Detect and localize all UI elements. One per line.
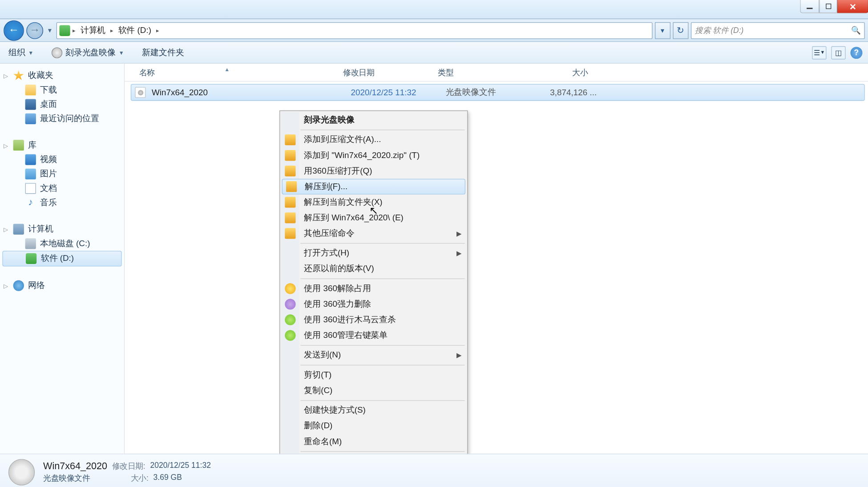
- scan-icon: [285, 314, 295, 325]
- ctx-add-archive[interactable]: 添加到压缩文件(A)...: [281, 132, 466, 148]
- computer-icon: [13, 224, 24, 235]
- ctx-open-360zip[interactable]: 用360压缩打开(Q): [281, 163, 466, 179]
- column-headers: 名称▲ 修改日期 类型 大小: [125, 64, 868, 81]
- sidebar-documents[interactable]: 文档: [0, 181, 124, 195]
- archive-icon: [285, 212, 295, 223]
- ctx-copy[interactable]: 复制(C): [281, 383, 466, 398]
- ctx-add-zip[interactable]: 添加到 "Win7x64_2020.zip" (T): [281, 148, 466, 163]
- address-bar[interactable]: ▸ 计算机 ▸ 软件 (D:) ▸: [57, 22, 653, 39]
- details-date: 2020/12/25 11:32: [150, 461, 211, 471]
- sidebar-music[interactable]: ♪音乐: [0, 195, 124, 210]
- submenu-arrow-icon: ▶: [456, 249, 461, 257]
- ctx-extract-to[interactable]: 解压到(F)...: [282, 179, 465, 195]
- file-row[interactable]: Win7x64_2020 2020/12/25 11:32 光盘映像文件 3,8…: [131, 84, 865, 101]
- address-dropdown-button[interactable]: ▾: [655, 22, 670, 39]
- ctx-send-to[interactable]: 发送到(N)▶: [281, 347, 466, 363]
- column-name[interactable]: 名称▲: [134, 67, 338, 77]
- file-name: Win7x64_2020: [152, 88, 351, 97]
- sidebar-recent[interactable]: 最近访问的位置: [0, 112, 124, 126]
- window-maximize-button[interactable]: [819, 0, 837, 13]
- search-placeholder: 搜索 软件 (D:): [695, 25, 743, 36]
- sidebar-libraries[interactable]: ▷库: [0, 138, 124, 152]
- details-pane: Win7x64_2020 修改日期: 2020/12/25 11:32 光盘映像…: [0, 454, 868, 487]
- details-size-label: 大小:: [131, 473, 149, 483]
- details-file-icon: [8, 459, 35, 485]
- folder-icon: [25, 85, 36, 95]
- recent-icon: [25, 114, 36, 124]
- organize-menu[interactable]: 组织▼: [6, 45, 36, 60]
- nav-forward-button[interactable]: →: [26, 22, 43, 39]
- navigation-sidebar: ▷收藏夹 下载 桌面 最近访问的位置 ▷库 视频 图片 文档 ♪音乐 ▷计算机 …: [0, 64, 125, 454]
- details-type: 光盘映像文件: [43, 473, 90, 483]
- ctx-restore[interactable]: 还原以前的版本(V): [281, 261, 466, 276]
- ctx-360-scan[interactable]: 使用 360进行木马云查杀: [281, 312, 466, 328]
- sidebar-favorites[interactable]: ▷收藏夹: [0, 69, 124, 83]
- sidebar-pictures[interactable]: 图片: [0, 167, 124, 181]
- view-options-button[interactable]: ☰ ▼: [812, 46, 826, 59]
- archive-icon: [286, 181, 297, 192]
- network-icon: [13, 280, 24, 291]
- document-icon: [25, 183, 36, 194]
- navigation-bar: ← → ▼ ▸ 计算机 ▸ 软件 (D:) ▸ ▾ ↻ 搜索 软件 (D:) 🔍: [0, 19, 868, 42]
- breadcrumb-computer[interactable]: 计算机: [78, 24, 108, 37]
- ctx-cut[interactable]: 剪切(T): [281, 367, 466, 383]
- drive-icon: [59, 25, 70, 36]
- ctx-delete[interactable]: 删除(D): [281, 418, 466, 434]
- ctx-other-zip[interactable]: 其他压缩命令▶: [281, 226, 466, 241]
- preview-pane-button[interactable]: ◫: [831, 46, 845, 59]
- ctx-360-menu[interactable]: 使用 360管理右键菜单: [281, 328, 466, 343]
- refresh-button[interactable]: ↻: [673, 22, 688, 39]
- file-size: 3,874,126 ...: [539, 88, 597, 97]
- ctx-burn[interactable]: 刻录光盘映像: [281, 112, 466, 128]
- drive-d-icon: [26, 253, 36, 264]
- ctx-extract-here[interactable]: 解压到当前文件夹(X): [281, 195, 466, 210]
- sidebar-network[interactable]: ▷网络: [0, 278, 124, 292]
- window-minimize-button[interactable]: [800, 0, 819, 13]
- desktop-icon: [25, 99, 36, 110]
- sidebar-videos[interactable]: 视频: [0, 152, 124, 166]
- music-icon: ♪: [25, 197, 36, 208]
- file-list-pane: 名称▲ 修改日期 类型 大小 Win7x64_2020 2020/12/25 1…: [125, 64, 868, 454]
- archive-icon: [285, 134, 295, 145]
- column-type[interactable]: 类型: [433, 67, 526, 77]
- video-icon: [25, 154, 36, 165]
- ctx-extract-named[interactable]: 解压到 Win7x64_2020\ (E): [281, 210, 466, 226]
- file-date: 2020/12/25 11:32: [351, 88, 446, 97]
- nav-back-button[interactable]: ←: [4, 20, 24, 41]
- column-size[interactable]: 大小: [527, 67, 593, 77]
- ctx-360-unlock[interactable]: 使用 360解除占用: [281, 281, 466, 296]
- burn-image-button[interactable]: 刻录光盘映像▼: [49, 45, 126, 60]
- help-button[interactable]: ?: [850, 46, 862, 58]
- details-size: 3.69 GB: [153, 473, 182, 483]
- sidebar-drive-c[interactable]: 本地磁盘 (C:): [0, 236, 124, 251]
- nav-history-dropdown[interactable]: ▼: [45, 20, 54, 41]
- window-close-button[interactable]: ✕: [837, 0, 868, 13]
- shred-icon: [285, 299, 295, 309]
- search-icon: 🔍: [851, 26, 861, 35]
- context-menu: 刻录光盘映像 添加到压缩文件(A)... 添加到 "Win7x64_2020.z…: [279, 110, 468, 471]
- new-folder-button[interactable]: 新建文件夹: [140, 45, 186, 60]
- submenu-arrow-icon: ▶: [456, 230, 461, 238]
- sidebar-downloads[interactable]: 下载: [0, 83, 124, 97]
- search-input[interactable]: 搜索 软件 (D:) 🔍: [691, 22, 865, 39]
- library-icon: [13, 140, 24, 150]
- shield-icon: [285, 283, 295, 294]
- star-icon: [13, 70, 24, 81]
- submenu-arrow-icon: ▶: [456, 351, 461, 359]
- ctx-360-delete[interactable]: 使用 360强力删除: [281, 296, 466, 312]
- ctx-rename[interactable]: 重命名(M): [281, 434, 466, 450]
- archive-icon: [285, 197, 295, 207]
- sidebar-drive-d[interactable]: 软件 (D:): [2, 251, 121, 266]
- iso-file-icon: [135, 87, 145, 97]
- disc-icon: [52, 47, 62, 58]
- column-date[interactable]: 修改日期: [338, 67, 433, 77]
- ctx-shortcut[interactable]: 创建快捷方式(S): [281, 403, 466, 418]
- drive-c-icon: [25, 238, 36, 249]
- ctx-open-with[interactable]: 打开方式(H)▶: [281, 245, 466, 261]
- archive-icon: [285, 150, 295, 161]
- breadcrumb-drive[interactable]: 软件 (D:): [116, 24, 153, 37]
- sidebar-computer[interactable]: ▷计算机: [0, 222, 124, 236]
- sidebar-desktop[interactable]: 桌面: [0, 97, 124, 111]
- command-toolbar: 组织▼ 刻录光盘映像▼ 新建文件夹 ☰ ▼ ◫ ?: [0, 42, 868, 64]
- archive-icon: [285, 228, 295, 239]
